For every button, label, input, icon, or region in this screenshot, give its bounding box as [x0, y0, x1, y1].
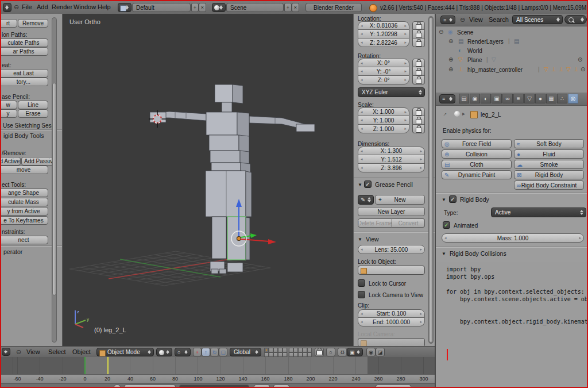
layers-widget[interactable] [264, 348, 287, 357]
tab-particles[interactable]: ∴ [557, 94, 567, 103]
add-layout-button[interactable]: + [191, 3, 199, 12]
gp-new-button[interactable]: +New [375, 195, 425, 205]
view-panel-header[interactable]: View [366, 236, 379, 243]
tab-constraints[interactable]: ∞ [502, 94, 513, 103]
snap-element-select[interactable]: ▣ [347, 348, 363, 356]
convert-button[interactable]: Convert [392, 218, 425, 228]
outliner-menu-search[interactable]: Search [489, 16, 509, 23]
rotation-y-field[interactable]: Y: -0° [358, 67, 409, 76]
outliner-search-field[interactable] [564, 15, 587, 24]
render-engine-select[interactable]: Blender Render [305, 3, 362, 12]
grease-pencil-checkbox[interactable]: ✓ [364, 180, 372, 188]
pin-icon[interactable]: ↑ [442, 111, 448, 117]
lock-camera-checkbox[interactable]: ✓ [358, 291, 365, 298]
current-frame-marker[interactable] [84, 357, 86, 374]
collapse-menus-icon[interactable]: ⊖ [14, 3, 19, 11]
tab-material[interactable]: ● [535, 94, 546, 103]
timeline-header-button[interactable] [254, 385, 270, 387]
bake-to-keyframes-button[interactable]: e To Keyframes [1, 216, 48, 225]
expand-icon[interactable]: ⊕ [448, 56, 453, 63]
tab-modifiers[interactable]: ≡ [513, 94, 524, 103]
close-scene-button[interactable]: × [292, 3, 299, 12]
timeline-header-button[interactable] [179, 385, 249, 387]
outliner-filter-select[interactable]: All Scenes [512, 15, 563, 24]
viewport-shading-select[interactable] [156, 348, 172, 356]
location-z-field[interactable]: Z: 2.82246 [358, 39, 409, 47]
outliner-row-scene[interactable]: ⊖ ◉ Scene [436, 28, 587, 37]
scale-x-field[interactable]: X: 1.000 [358, 107, 409, 116]
tab-object[interactable]: ▣ [492, 94, 502, 103]
outliner-item-label[interactable]: RenderLayers [467, 39, 504, 45]
location-y-field[interactable]: Y: 1.20298 [358, 30, 409, 39]
add-active-button[interactable]: d Active [1, 157, 21, 166]
clear-paths-button[interactable]: ar Paths [1, 47, 48, 56]
lock-to-scene-button[interactable] [315, 348, 324, 356]
rigid-body-panel-disclosure[interactable]: ▼ [442, 197, 446, 202]
collapse-icon[interactable]: ⊖ [439, 29, 443, 35]
delete-frame-button[interactable]: Delete Frame [358, 218, 392, 228]
menu-add[interactable]: Add [37, 3, 48, 10]
clip-start-field[interactable]: Start: 0.100 [358, 309, 425, 318]
lock-scale-x-button[interactable] [412, 107, 425, 116]
lock-rotation-y-button[interactable] [412, 67, 425, 76]
menu-window[interactable]: Window [74, 3, 96, 10]
lock-scale-z-button[interactable] [412, 125, 425, 133]
menu-view[interactable]: View [26, 348, 40, 355]
dimension-x-field[interactable]: X: 1.300 [358, 147, 425, 155]
lock-location-x-button[interactable] [412, 21, 425, 30]
operator-panel-header[interactable]: perator [3, 248, 22, 255]
tab-render[interactable]: ▤ [459, 94, 469, 103]
timeline-header-button[interactable] [376, 385, 411, 387]
scale-y-field[interactable]: Y: 1.000 [358, 116, 409, 125]
rigid-body-collisions-header[interactable]: Rigid Body Collisions [450, 250, 506, 257]
smoke-button[interactable]: ☁Smoke [514, 160, 584, 169]
rb-remove-button[interactable]: move [1, 166, 48, 174]
location-x-field[interactable]: X: 0.81036 [358, 21, 409, 30]
menu-file[interactable]: File [22, 3, 32, 10]
rotation-x-field[interactable]: X: 0° [358, 59, 409, 67]
insert-keyframe-button[interactable]: rt [1, 19, 17, 28]
outliner-row-renderlayers[interactable]: ⊕ ▤ RenderLayers | ▤ [436, 37, 587, 46]
lock-rotation-x-button[interactable] [412, 59, 425, 67]
outliner-menu-view[interactable]: View [469, 16, 483, 23]
collision-button[interactable]: ⊚Collision [442, 149, 512, 159]
cloth-button[interactable]: ▤Cloth [442, 160, 512, 169]
n-panel-scrollbar-thumb[interactable] [429, 17, 433, 343]
timeline[interactable]: -60 -40 -20 0 20 40 60 80 100 120 140 16… [1, 357, 435, 387]
new-layer-button[interactable]: New Layer [358, 207, 425, 216]
outliner-item-label[interactable]: hip_master_controller [467, 67, 523, 73]
outliner-row-plane[interactable]: ⊕ ▽ Plane | ▽ ⊙ [436, 55, 587, 65]
viewport-3d[interactable]: User Ortho [63, 14, 353, 346]
lock-location-z-button[interactable] [412, 39, 425, 47]
manipulator-scale-button[interactable]: ▢ [219, 348, 227, 356]
manipulator-axis-button[interactable]: + [193, 348, 202, 356]
menu-object[interactable]: Object [72, 348, 91, 355]
lens-field[interactable]: Lens: 35.000 [358, 245, 425, 254]
grease-pencil-panel-disclosure[interactable]: ▼ [358, 182, 362, 187]
timeline-header-button[interactable] [114, 385, 121, 387]
connect-button[interactable]: nect [1, 236, 48, 244]
manipulator-translate-button[interactable]: ↑ [202, 348, 210, 356]
manipulator-rotate-button[interactable]: ↻ [210, 348, 219, 356]
tab-world[interactable]: ◐ [481, 94, 491, 103]
repeat-last-button[interactable]: eat Last [1, 69, 48, 78]
lock-to-cursor-checkbox[interactable]: ✓ [358, 279, 365, 287]
sketching-session-toggle[interactable]: Use Sketching Sessi [3, 122, 56, 129]
outliner-item-label[interactable]: Plane [467, 57, 482, 63]
calculate-paths-button[interactable]: culate Paths [1, 39, 48, 47]
clip-end-field[interactable]: End: 1000.000 [358, 318, 425, 326]
rigid-body-panel-header[interactable]: Rigid Body [460, 196, 489, 203]
lock-to-object-field[interactable] [358, 266, 425, 275]
visibility-eye-icon[interactable]: ⊙ [581, 66, 585, 72]
outliner-item-label[interactable]: World [467, 48, 482, 54]
expand-icon[interactable]: ⊕ [448, 66, 453, 72]
local-camera-field[interactable] [358, 338, 425, 346]
tab-object-data[interactable]: ▽ [524, 94, 535, 103]
editor-type-button[interactable] [2, 348, 10, 356]
tab-scene[interactable]: ◉ [470, 94, 480, 103]
soft-body-button[interactable]: ≈Soft Body [514, 139, 584, 148]
lock-rotation-z-button[interactable] [412, 76, 425, 84]
mode-select[interactable]: Object Mode [96, 348, 154, 356]
close-layout-button[interactable]: × [199, 3, 206, 12]
rotation-mode-select[interactable]: XYZ Euler [358, 87, 425, 97]
